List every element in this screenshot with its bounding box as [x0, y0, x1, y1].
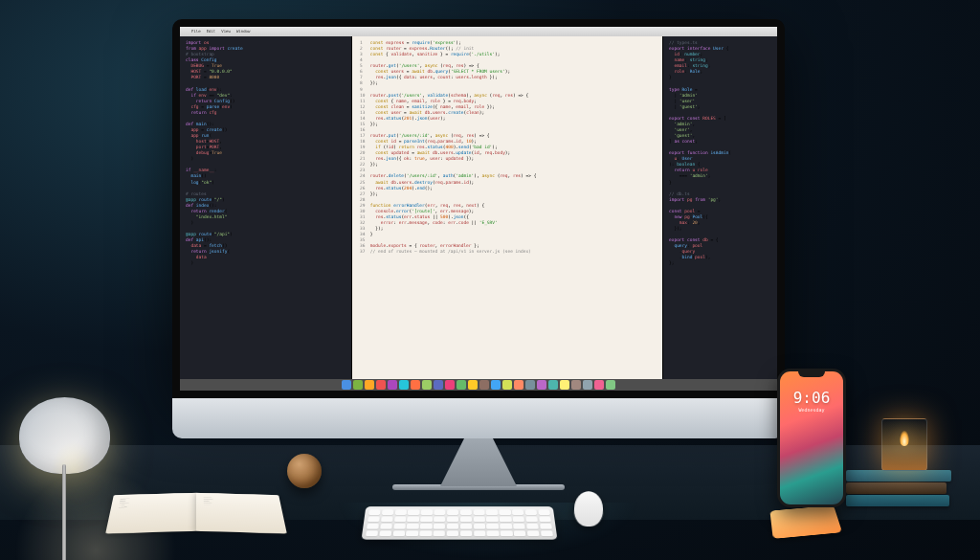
- dock-app-icon: [606, 380, 615, 390]
- keyboard-key: [381, 516, 393, 522]
- keyboard-key: [382, 509, 394, 515]
- keyboard-key: [473, 516, 484, 522]
- screen-bezel: FileEditViewWindow import os from app im…: [172, 19, 785, 398]
- keyboard-key: [447, 509, 458, 515]
- keyboard-key: [473, 509, 484, 515]
- keyboard-key: [447, 524, 458, 529]
- book-stack: [846, 470, 951, 507]
- keyboard-key: [525, 516, 538, 522]
- keyboard-key: [419, 530, 432, 536]
- keyboard-key: [408, 516, 420, 522]
- open-book: ━━━━━━━━━━━━━━━━━━━━━━━━━━━━━━━━━━ ━━━━━…: [105, 494, 286, 532]
- dock-app-icon: [594, 380, 604, 390]
- keyboard-key: [447, 530, 459, 536]
- dock-app-icon: [353, 380, 363, 390]
- keyboard-key: [421, 509, 433, 515]
- keyboard-key: [460, 509, 472, 515]
- desk-lamp: [19, 397, 110, 474]
- keyboard-key: [526, 524, 539, 529]
- dock-app-icon: [514, 380, 523, 390]
- dock-app-icon: [560, 380, 569, 390]
- dock-app-icon: [388, 380, 397, 390]
- dock-app-icon: [525, 380, 535, 390]
- keyboard-key: [394, 509, 407, 515]
- imac-stand: [431, 438, 526, 486]
- keyboard-key: [514, 530, 526, 536]
- keyboard-key: [368, 509, 381, 515]
- keyboard-key: [486, 516, 499, 522]
- candle: [881, 418, 927, 471]
- dock-app-icon: [468, 380, 478, 390]
- dock-app-icon: [376, 380, 386, 390]
- keyboard-key: [420, 516, 433, 522]
- keyboard-key: [541, 530, 553, 536]
- keyboard-key: [407, 524, 419, 529]
- keyboard-key: [487, 530, 500, 536]
- keyboard-key: [434, 509, 445, 515]
- dock-app-icon: [365, 380, 374, 390]
- dock-app-icon: [583, 380, 592, 390]
- keyboard-key: [486, 509, 498, 515]
- keyboard-key: [393, 524, 406, 529]
- keyboard-key: [366, 530, 378, 536]
- iphone-time: 9:06: [793, 389, 831, 407]
- keyboard-key: [525, 509, 538, 515]
- imac-computer: FileEditViewWindow import os from app im…: [172, 19, 785, 490]
- keyboard-key: [447, 516, 458, 522]
- macos-dock: [180, 379, 777, 391]
- editor-center-pane: 1 const express = require('express'); 2 …: [352, 36, 662, 379]
- orange-card: [769, 505, 842, 539]
- dock-app-icon: [411, 380, 420, 390]
- keyboard: [362, 506, 558, 539]
- iphone-date: Wednesday: [798, 407, 824, 413]
- dock-app-icon: [457, 380, 466, 390]
- keyboard-key: [460, 516, 472, 522]
- dock-app-icon: [445, 380, 455, 390]
- dock-app-icon: [571, 380, 581, 390]
- dock-app-icon: [537, 380, 546, 390]
- keyboard-key: [474, 524, 486, 529]
- keyboard-key: [499, 509, 511, 515]
- keyboard-key: [539, 516, 551, 522]
- keyboard-key: [460, 524, 472, 529]
- keyboard-key: [513, 524, 525, 529]
- keyboard-key: [406, 530, 418, 536]
- mouse: [573, 491, 603, 526]
- dock-app-icon: [422, 380, 432, 390]
- keyboard-key: [474, 530, 486, 536]
- dock-app-icon: [399, 380, 409, 390]
- keyboard-key: [486, 524, 499, 529]
- keyboard-key: [513, 516, 525, 522]
- keyboard-key: [367, 524, 379, 529]
- keyboard-key: [392, 530, 405, 536]
- dock-app-icon: [491, 380, 501, 390]
- editor-left-pane: import os from app import create # boots…: [180, 36, 352, 379]
- imac-chin: [172, 398, 785, 438]
- dock-app-icon: [479, 380, 489, 390]
- keyboard-key: [408, 509, 420, 515]
- dock-app-icon: [434, 380, 443, 390]
- keyboard-key: [538, 509, 550, 515]
- editor-right-pane: // types.ts export interface User { id: …: [662, 36, 777, 379]
- keyboard-key: [368, 516, 380, 522]
- iphone: 9:06 Wednesday: [777, 369, 846, 507]
- keyboard-key: [500, 524, 512, 529]
- keyboard-key: [540, 524, 552, 529]
- keyboard-key: [527, 530, 540, 536]
- macos-menubar: FileEditViewWindow: [180, 27, 777, 36]
- keyboard-key: [434, 524, 446, 529]
- keyboard-key: [500, 516, 512, 522]
- keyboard-key: [394, 516, 407, 522]
- keyboard-key: [512, 509, 524, 515]
- iphone-notch: [798, 371, 825, 377]
- keyboard-key: [460, 530, 473, 536]
- keyboard-key: [380, 524, 392, 529]
- keyboard-key: [434, 530, 446, 536]
- dock-app-icon: [502, 380, 512, 390]
- keyboard-key: [501, 530, 513, 536]
- keyboard-key: [379, 530, 391, 536]
- dock-app-icon: [342, 380, 351, 390]
- screen-content: FileEditViewWindow import os from app im…: [180, 27, 777, 391]
- iphone-lockscreen: 9:06 Wednesday: [780, 371, 843, 504]
- candle-flame: [900, 431, 909, 446]
